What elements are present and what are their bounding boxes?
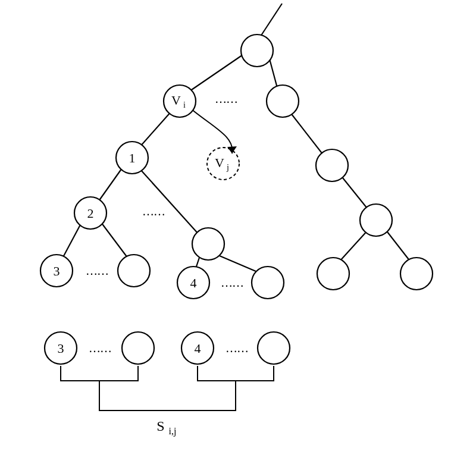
edge-right-leftchild [339, 230, 368, 262]
node-vj: V j [207, 148, 239, 180]
label-sij: S i,j [156, 418, 176, 437]
tree-diagram: V i …… V j 1 2 …… 3 …… 4 …… [0, 0, 476, 470]
vi-text: V [171, 93, 181, 108]
node-rchain-rightleaf [400, 258, 433, 290]
n4b-text: 4 [195, 341, 201, 356]
node-1-rightchild [192, 228, 224, 260]
node-4-sibling-copy [258, 332, 290, 364]
ellipsis-mid1: …… [142, 205, 165, 218]
edge-2-rightchild [101, 223, 128, 258]
node-4-copy: 4 [181, 332, 214, 364]
node-rchain-2 [360, 204, 392, 236]
ellipsis-leaf2: …… [221, 276, 243, 289]
node-3-sibling-copy [122, 332, 154, 364]
n3b-text: 3 [58, 341, 64, 356]
edge-1-2 [97, 167, 123, 203]
root-node [241, 35, 273, 67]
curve-vi-vj [191, 109, 232, 153]
node-3-copy: 3 [45, 332, 77, 364]
node-3: 3 [40, 255, 73, 287]
node-4: 4 [177, 267, 209, 299]
n2-text: 2 [87, 206, 94, 221]
bracket-right-pair [198, 366, 274, 381]
edge-root-left [188, 52, 246, 92]
n3-text: 3 [54, 264, 60, 278]
node-vi: V i [164, 85, 196, 117]
bracket-sij [99, 381, 236, 411]
node-rchain-1 [316, 149, 348, 181]
edge-right-down2 [340, 175, 367, 208]
ellipsis-top: …… [215, 92, 237, 105]
edge-1-rightchild [140, 170, 199, 235]
ellipsis-leaf1: …… [86, 264, 108, 277]
ellipsis-copy1: …… [89, 341, 111, 355]
bracket-left-pair [61, 366, 138, 381]
edge-mid-rightchild [215, 254, 256, 271]
edge-2-3 [62, 223, 82, 258]
edge-vi-1 [139, 111, 172, 148]
edge-right-down1 [290, 112, 323, 155]
node-3-sibling [118, 255, 150, 287]
sij-text: S [156, 418, 164, 434]
node-rchain-leftleaf [317, 258, 349, 290]
vj-sub: j [226, 163, 229, 172]
arrowhead-vj [227, 146, 237, 153]
n4-text: 4 [190, 275, 197, 290]
vj-text: V [215, 155, 224, 170]
edge-right-down3 [386, 230, 411, 262]
node-4-sibling [252, 267, 284, 299]
ellipsis-copy2: …… [226, 341, 248, 355]
n1-text: 1 [129, 151, 136, 165]
node-root-right [267, 85, 299, 117]
sij-sub: i,j [169, 426, 177, 437]
vi-sub: i [183, 101, 186, 109]
node-1: 1 [116, 142, 148, 174]
node-2: 2 [74, 197, 107, 229]
